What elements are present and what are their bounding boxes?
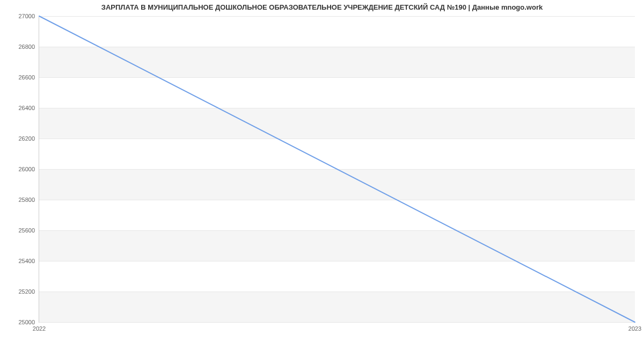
x-tick-label: 2022 (33, 325, 46, 332)
x-tick-label: 2023 (628, 325, 641, 332)
chart-container: ЗАРПЛАТА В МУНИЦИПАЛЬНОЕ ДОШКОЛЬНОЕ ОБРА… (0, 0, 644, 349)
y-tick-label: 25000 (18, 319, 35, 325)
y-tick-label: 25800 (18, 197, 35, 203)
y-tick-label: 26000 (18, 166, 35, 172)
y-tick-label: 27000 (18, 13, 35, 19)
y-tick-label: 26600 (18, 74, 35, 81)
chart-title: ЗАРПЛАТА В МУНИЦИПАЛЬНОЕ ДОШКОЛЬНОЕ ОБРА… (0, 3, 644, 11)
plot-area: 2500025200254002560025800260002620026400… (39, 16, 635, 323)
y-tick-label: 26200 (18, 135, 35, 142)
series-line (39, 16, 635, 322)
y-tick-label: 25600 (18, 227, 35, 234)
y-tick-label: 25400 (18, 258, 35, 264)
y-gridline (39, 322, 635, 323)
y-tick-label: 26400 (18, 105, 35, 111)
line-layer (39, 16, 635, 322)
y-tick-label: 25200 (18, 288, 35, 295)
y-tick-label: 26800 (18, 43, 35, 50)
